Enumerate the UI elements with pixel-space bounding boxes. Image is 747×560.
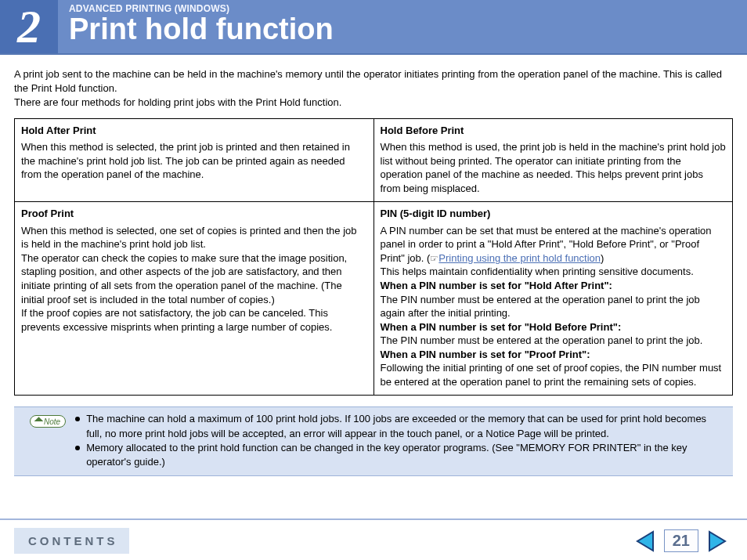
arrow-left-icon bbox=[634, 530, 655, 552]
page-number: 21 bbox=[664, 529, 698, 552]
pointer-icon: ☞ bbox=[430, 253, 438, 264]
contents-button[interactable]: CONTENTS bbox=[14, 528, 129, 554]
footer-bar: CONTENTS 21 bbox=[0, 518, 747, 560]
pin-lead2: ) bbox=[601, 252, 604, 264]
cell-title: Proof Print bbox=[21, 207, 367, 221]
note-badge: Note bbox=[30, 415, 66, 428]
note-item: The machine can hold a maximum of 100 pr… bbox=[75, 412, 720, 440]
cell-body: When this method is selected, one set of… bbox=[21, 224, 367, 334]
cell-pin: PIN (5-digit ID number) A PIN number can… bbox=[374, 202, 733, 396]
pin-lead3: This helps maintain confidentiality when… bbox=[381, 266, 694, 277]
page-header: 2 ADVANCED PRINTING (WINDOWS) Print hold… bbox=[0, 0, 747, 55]
intro-p1: A print job sent to the machine can be h… bbox=[14, 68, 722, 94]
proof-body3: If the proof copies are not satisfactory… bbox=[21, 307, 332, 333]
cell-body: A PIN number can be set that must be ent… bbox=[381, 224, 727, 389]
cell-title: PIN (5-digit ID number) bbox=[381, 207, 727, 221]
intro-text: A print job sent to the machine can be h… bbox=[14, 67, 733, 110]
cell-title: Hold After Print bbox=[21, 124, 367, 138]
pin-b3: Following the initial printing of one se… bbox=[381, 362, 722, 388]
note-box: Note The machine can hold a maximum of 1… bbox=[14, 406, 733, 476]
intro-p2: There are four methods for holding print… bbox=[14, 96, 341, 108]
chapter-number: 2 bbox=[0, 0, 58, 53]
note-item: Memory allocated to the print hold funct… bbox=[75, 441, 720, 469]
note-list: The machine can hold a maximum of 100 pr… bbox=[75, 412, 720, 469]
pin-h1: When a PIN number is set for "Hold After… bbox=[381, 280, 612, 291]
note-label: Note bbox=[44, 417, 60, 426]
proof-body2: The operator can check the copies to mak… bbox=[21, 252, 347, 305]
pin-h2: When a PIN number is set for "Hold Befor… bbox=[381, 321, 622, 333]
next-page-button[interactable] bbox=[706, 529, 730, 553]
svg-marker-0 bbox=[637, 532, 653, 551]
cell-body: When this method is used, the print job … bbox=[381, 140, 727, 195]
header-titles: ADVANCED PRINTING (WINDOWS) Print hold f… bbox=[58, 0, 747, 53]
cell-title: Hold Before Print bbox=[381, 124, 727, 138]
methods-table: Hold After Print When this method is sel… bbox=[14, 118, 733, 396]
cell-proof-print: Proof Print When this method is selected… bbox=[15, 202, 374, 396]
prev-page-button[interactable] bbox=[633, 529, 656, 553]
arrow-right-icon bbox=[708, 530, 728, 552]
cell-hold-before: Hold Before Print When this method is us… bbox=[374, 118, 733, 202]
pin-b1: The PIN number must be entered at the op… bbox=[381, 294, 700, 320]
proof-body1: When this method is selected, one set of… bbox=[21, 225, 357, 251]
cell-body: When this method is selected, the print … bbox=[21, 140, 367, 182]
page-title: Print hold function bbox=[69, 13, 736, 46]
pin-b2: The PIN number must be entered at the op… bbox=[381, 334, 703, 346]
pencil-icon bbox=[34, 417, 44, 427]
cell-hold-after: Hold After Print When this method is sel… bbox=[15, 118, 374, 202]
pin-h3: When a PIN number is set for "Proof Prin… bbox=[381, 349, 590, 360]
link-print-hold-function[interactable]: Printing using the print hold function bbox=[438, 252, 601, 264]
svg-marker-1 bbox=[709, 532, 725, 551]
